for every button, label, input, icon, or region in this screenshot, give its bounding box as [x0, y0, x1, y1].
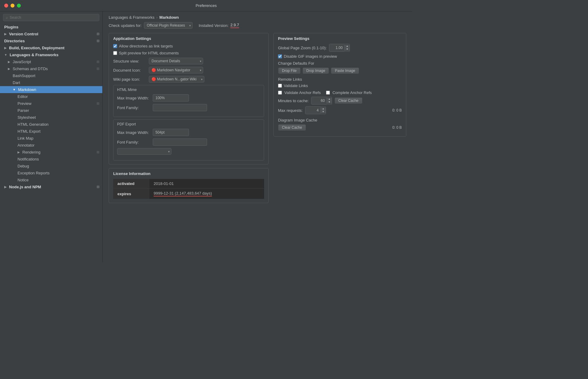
structure-view-label: Structure view: [113, 59, 146, 63]
close-button[interactable] [4, 4, 8, 8]
spinner-up[interactable]: ▲ [327, 98, 332, 101]
app-settings-title: Application Settings [113, 36, 264, 41]
sidebar-item-notifications[interactable]: Notifications [0, 156, 102, 163]
spinner-down[interactable]: ▼ [327, 101, 332, 104]
sidebar-item-annotator[interactable]: Annotator [0, 142, 102, 149]
split-preview-label: Split preview for HTML documents [119, 51, 179, 55]
sidebar-item-label: Schemas and DTDs [13, 66, 48, 71]
remote-links-section: Remote Links Validate Links Validate Anc… [278, 77, 402, 114]
html-font-family-label: Font Family: [117, 105, 150, 110]
minimize-button[interactable] [11, 4, 14, 8]
spinner-up[interactable]: ▲ [345, 45, 350, 48]
diagram-clear-cache-button[interactable]: Clear Cache [278, 124, 306, 131]
minutes-cache-input[interactable] [312, 97, 327, 104]
document-icon-select[interactable]: 🔴 Markdown Navigator [149, 67, 203, 73]
sidebar-item-markdown[interactable]: ▼ Markdown [0, 86, 102, 93]
complete-anchor-refs-checkbox[interactable] [326, 91, 330, 95]
pdf-extra-select[interactable] [117, 148, 171, 155]
structure-view-row: Structure view: Document Details [113, 58, 264, 64]
sidebar-item-debug[interactable]: Debug [0, 163, 102, 170]
search-input[interactable] [10, 15, 97, 20]
sidebar-item-editor[interactable]: Editor [0, 93, 102, 100]
wiki-icon-select-wrapper[interactable]: 🔴 Markdown N...gator Wiki [149, 76, 204, 83]
split-preview-checkbox[interactable] [113, 51, 117, 55]
clear-cache-button[interactable]: Clear Cache [334, 97, 363, 104]
sidebar-item-exception-reports[interactable]: Exception Reports [0, 170, 102, 177]
structure-view-select-wrapper[interactable]: Document Details [149, 58, 203, 64]
structure-view-select[interactable]: Document Details [149, 58, 203, 64]
sidebar-item-nodejs-npm[interactable]: ▶ Node.js and NPM ⊟ [0, 183, 102, 190]
global-zoom-input[interactable] [329, 44, 344, 51]
check-updates-select[interactable]: Official Plugin Releases [144, 22, 193, 29]
sidebar-item-bashsupport[interactable]: BashSupport [0, 72, 102, 79]
pdf-export-section: PDF Export Max Image Width: Font Family: [113, 119, 264, 160]
table-row: activated 2018-01-01 [113, 179, 264, 189]
spinner-down[interactable]: ▼ [345, 48, 350, 51]
sidebar-item-label: Editor [18, 94, 28, 99]
check-updates-select-wrapper[interactable]: Official Plugin Releases [144, 22, 193, 29]
pdf-max-image-label: Max Image Width: [117, 130, 150, 135]
sidebar-item-preview[interactable]: Preview ⊟ [0, 100, 102, 107]
html-font-family-row: Font Family: [117, 104, 260, 111]
sidebar-item-html-export[interactable]: HTML Export [0, 128, 102, 135]
sidebar-item-dart[interactable]: Dart [0, 79, 102, 86]
maximize-button[interactable] [17, 4, 21, 8]
html-mime-section: HTML Mime Max Image Width: Font Family: [113, 85, 264, 117]
sidebar-item-label: Version Control [9, 32, 38, 36]
spinner-buttons[interactable]: ▲ ▼ [344, 45, 350, 51]
wiki-icon-select[interactable]: 🔴 Markdown N...gator Wiki [149, 76, 204, 83]
license-key-activated: activated [113, 179, 149, 189]
pdf-extra-select-wrapper[interactable] [117, 148, 171, 155]
window-controls[interactable] [4, 4, 21, 8]
sidebar-item-label: Plugins [4, 25, 18, 29]
arrow-icon: ▶ [8, 67, 10, 70]
paste-image-button[interactable]: Paste Image [331, 67, 359, 74]
spinner-down[interactable]: ▼ [321, 110, 326, 113]
spinner-buttons[interactable]: ▲ ▼ [321, 107, 326, 113]
expires-value: 9999-12-31 (2,147,483,647 days) [154, 191, 212, 196]
document-icon-label: Document Icon: [113, 68, 146, 73]
minutes-cache-spinner[interactable]: ▲ ▼ [311, 97, 332, 105]
global-zoom-spinner[interactable]: ▲ ▼ [329, 44, 350, 52]
document-icon-select-wrapper[interactable]: 🔴 Markdown Navigator [149, 67, 203, 73]
pdf-max-image-input[interactable] [153, 129, 189, 136]
sidebar-item-label: Notifications [18, 157, 39, 161]
sidebar-item-directories[interactable]: Directories ⊟ [0, 37, 102, 44]
sidebar-item-build-execution[interactable]: ▶ Build, Execution, Deployment [0, 44, 102, 51]
allow-dirs-checkbox[interactable] [113, 44, 117, 48]
max-requests-spinner[interactable]: ▲ ▼ [305, 106, 326, 114]
arrow-icon: ▶ [4, 185, 7, 189]
arrow-icon: ▶ [8, 60, 10, 63]
spinner-buttons[interactable]: ▲ ▼ [327, 98, 332, 104]
page-icon: ⊟ [97, 150, 99, 154]
sidebar-item-link-map[interactable]: Link Map [0, 135, 102, 142]
spinner-up[interactable]: ▲ [321, 107, 326, 110]
sidebar-item-notice[interactable]: Notice [0, 177, 102, 183]
anchor-refs-row: Validate Anchor Refs Complete Anchor Ref… [278, 90, 402, 95]
sidebar-item-languages-frameworks[interactable]: ▼ Languages & Frameworks [0, 51, 102, 58]
sidebar-item-javascript[interactable]: ▶ JavaScript ⊟ [0, 58, 102, 65]
html-font-family-input[interactable] [153, 104, 207, 111]
sidebar-item-html-generation[interactable]: HTML Generation [0, 121, 102, 128]
sidebar-item-stylesheet[interactable]: Stylesheet [0, 114, 102, 121]
html-max-image-input[interactable] [153, 94, 189, 102]
top-row: Check updates for: Official Plugin Relea… [109, 22, 406, 29]
disable-gif-checkbox[interactable] [278, 54, 282, 58]
pdf-font-family-label: Font Family: [117, 140, 150, 144]
sidebar-item-plugins[interactable]: Plugins [0, 24, 102, 31]
sidebar-item-rendering[interactable]: ▶ Rendering ⊟ [0, 149, 102, 156]
pdf-font-family-input[interactable] [153, 138, 207, 146]
split-preview-row: Split preview for HTML documents [113, 51, 264, 55]
sidebar-item-schemas-dtds[interactable]: ▶ Schemas and DTDs ⊟ [0, 65, 102, 72]
drop-image-button[interactable]: Drop Image [302, 67, 329, 74]
drop-file-button[interactable]: Drop File [278, 67, 301, 74]
search-bar[interactable]: ⌕ [3, 14, 99, 21]
validate-anchor-refs-label: Validate Anchor Refs [284, 90, 321, 95]
diagram-cache-row: Clear Cache 0: 0 B [278, 124, 402, 131]
sidebar-item-version-control[interactable]: ▶ Version Control ⊟ [0, 31, 102, 37]
sidebar-item-parser[interactable]: Parser [0, 107, 102, 114]
validate-anchor-refs-checkbox[interactable] [278, 91, 282, 95]
sidebar-item-label: Node.js and NPM [9, 185, 41, 189]
max-requests-input[interactable] [305, 107, 321, 114]
validate-links-checkbox[interactable] [278, 84, 282, 88]
